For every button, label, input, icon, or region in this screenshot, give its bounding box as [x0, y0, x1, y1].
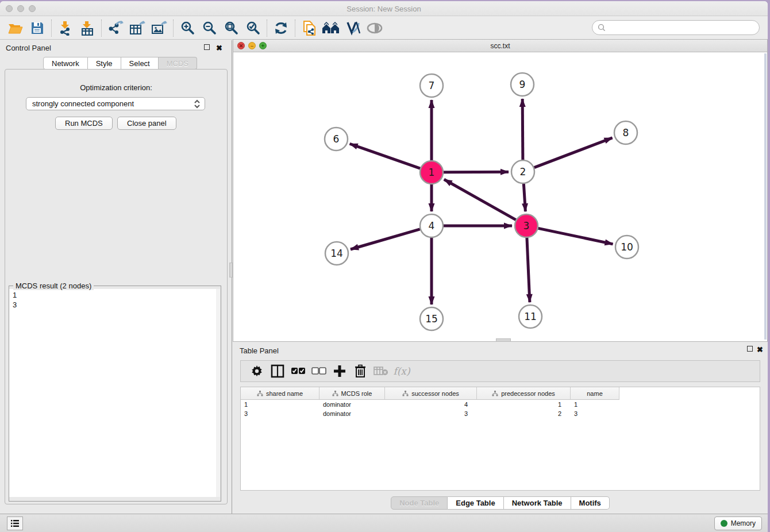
node-8[interactable]: 8 — [614, 121, 637, 144]
horizontal-splitter-handle[interactable] — [496, 338, 511, 342]
edge-2-9[interactable] — [522, 99, 523, 160]
edge-2-3[interactable] — [523, 184, 525, 211]
duplicate-network-icon[interactable] — [298, 18, 320, 38]
deselect-all-icon[interactable] — [309, 363, 329, 380]
node-6[interactable]: 6 — [325, 128, 348, 151]
edge-3-11[interactable] — [527, 238, 530, 302]
tab-select[interactable]: Select — [121, 57, 159, 70]
refresh-layout-icon[interactable] — [270, 18, 292, 38]
column-header-MCDS-role[interactable]: MCDS role — [319, 387, 385, 400]
tab-edge-table[interactable]: Edge Table — [448, 496, 503, 510]
node-label: 14 — [330, 248, 343, 259]
mcds-result-group: MCDS result (2 nodes) 13 — [9, 286, 221, 502]
delete-table-icon — [371, 363, 391, 380]
node-15[interactable]: 15 — [420, 307, 443, 330]
node-label: 2 — [520, 166, 526, 178]
tab-motifs[interactable]: Motifs — [571, 496, 610, 510]
float-panel-icon[interactable] — [204, 44, 210, 52]
close-panel-icon[interactable]: ✖ — [216, 44, 222, 52]
cell-predecessor-nodes[interactable]: 2 — [477, 409, 571, 418]
edge-2-8[interactable] — [534, 138, 613, 168]
search-box[interactable] — [592, 20, 760, 35]
edge-3-1[interactable] — [444, 179, 516, 219]
node-2[interactable]: 2 — [511, 160, 534, 183]
node-7[interactable]: 7 — [420, 74, 443, 97]
node-table[interactable]: shared nameMCDS rolesuccessor nodesprede… — [240, 387, 760, 491]
tab-network[interactable]: Network — [43, 57, 88, 70]
import-table-icon[interactable] — [76, 18, 98, 38]
node-label: 6 — [333, 133, 340, 145]
hide-icon[interactable] — [364, 18, 386, 38]
control-panel: Control Panel ✖ NetworkStyleSelectMCDS O… — [0, 40, 232, 514]
table-row[interactable]: 1dominator411 — [241, 400, 760, 409]
status-bar: Memory — [0, 514, 768, 532]
cell-name[interactable]: 1 — [571, 400, 619, 409]
import-network-icon[interactable] — [55, 18, 76, 38]
first-neighbors-icon[interactable] — [320, 18, 342, 38]
cell-shared-name[interactable]: 3 — [241, 409, 319, 418]
search-input[interactable] — [606, 22, 759, 33]
column-header-shared-name[interactable]: shared name — [241, 387, 319, 400]
add-column-icon[interactable] — [329, 363, 350, 380]
edge-4-14[interactable] — [351, 229, 420, 249]
column-header-name[interactable]: name — [571, 387, 619, 400]
node-1[interactable]: 1 — [420, 161, 443, 184]
run-mcds-button[interactable]: Run MCDS — [55, 117, 113, 130]
cell-successor-nodes[interactable]: 4 — [385, 400, 477, 409]
close-table-panel-icon[interactable]: ✖ — [757, 345, 763, 354]
node-4[interactable]: 4 — [420, 214, 443, 237]
edge-3-10[interactable] — [538, 228, 613, 244]
select-all-icon[interactable] — [288, 363, 309, 380]
control-panel-tabs: NetworkStyleSelectMCDS — [43, 57, 197, 70]
delete-column-icon[interactable] — [350, 363, 371, 380]
task-history-button[interactable] — [7, 516, 23, 530]
cell-predecessor-nodes[interactable]: 1 — [477, 400, 571, 409]
cell-MCDS-role[interactable]: dominator — [319, 400, 385, 409]
network-window-title: scc.txt — [233, 42, 767, 50]
optimization-criterion-select[interactable]: strongly connected component — [26, 97, 205, 110]
export-table-icon[interactable] — [126, 18, 148, 38]
settings-gear-icon[interactable] — [247, 363, 267, 380]
zoom-out-icon[interactable] — [198, 18, 220, 38]
node-14[interactable]: 14 — [325, 242, 348, 265]
cell-shared-name[interactable]: 1 — [241, 400, 319, 409]
result-scrollbar[interactable] — [216, 289, 220, 497]
zoom-fit-icon[interactable] — [220, 18, 242, 38]
edge-1-6[interactable] — [350, 144, 421, 168]
tab-style[interactable]: Style — [88, 57, 121, 70]
zoom-selected-icon[interactable] — [242, 18, 264, 38]
search-icon — [597, 23, 606, 32]
mcds-result-item: 3 — [13, 300, 216, 310]
node-label: 8 — [623, 127, 629, 138]
show-style-icon[interactable] — [342, 18, 364, 38]
table-row[interactable]: 3dominator323 — [241, 409, 760, 418]
column-visibility-icon[interactable] — [267, 363, 288, 380]
close-panel-button[interactable]: Close panel — [117, 117, 176, 130]
cell-MCDS-role[interactable]: dominator — [319, 409, 385, 418]
edge-1-2[interactable] — [444, 172, 509, 172]
application-window: Session: New Session Control Panel ✖ Net… — [0, 1, 768, 532]
export-image-icon[interactable] — [148, 18, 170, 38]
network-canvas[interactable]: 7968124314101511 — [233, 52, 767, 341]
network-scrollbar[interactable] — [764, 53, 767, 340]
node-10[interactable]: 10 — [615, 236, 638, 259]
tab-network-table[interactable]: Network Table — [504, 496, 571, 510]
node-11[interactable]: 11 — [519, 305, 542, 328]
network-window-titlebar[interactable]: ✕ – + scc.txt — [233, 40, 767, 52]
zoom-in-icon[interactable] — [176, 18, 198, 38]
export-network-icon[interactable] — [105, 18, 126, 38]
open-file-icon[interactable] — [5, 18, 26, 38]
memory-button[interactable]: Memory — [714, 516, 762, 530]
node-3[interactable]: 3 — [515, 214, 538, 237]
column-header-predecessor-nodes[interactable]: predecessor nodes — [477, 387, 571, 400]
cell-successor-nodes[interactable]: 3 — [385, 409, 477, 418]
save-session-icon[interactable] — [26, 18, 48, 38]
mcds-result-title: MCDS result (2 nodes) — [13, 282, 94, 290]
column-header-successor-nodes[interactable]: successor nodes — [385, 387, 477, 400]
cell-name[interactable]: 3 — [571, 409, 619, 418]
tab-mcds[interactable]: MCDS — [159, 57, 197, 70]
float-table-panel-icon[interactable] — [747, 345, 753, 353]
tab-node-table[interactable]: Node Table — [391, 496, 448, 510]
node-9[interactable]: 9 — [511, 73, 534, 96]
mcds-result-list[interactable]: 13 — [9, 289, 216, 497]
